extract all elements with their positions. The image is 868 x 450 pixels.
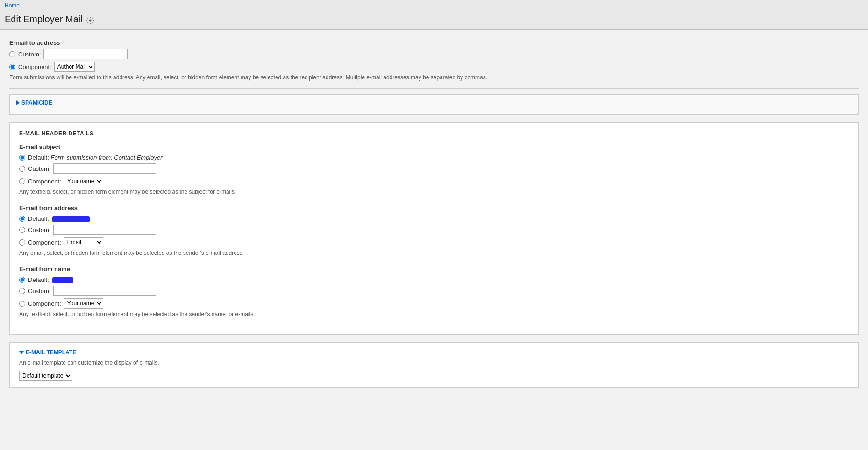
subject-default-value: Form submission from: Contact Employer xyxy=(50,154,162,161)
gear-icon[interactable] xyxy=(86,16,94,23)
svg-point-0 xyxy=(89,19,91,21)
email-to-address-section: E-mail to address Custom: Component: Aut… xyxy=(9,39,859,81)
from-address-component-select[interactable]: EmailYour name xyxy=(64,237,103,247)
from-address-custom-label: Custom: xyxy=(28,226,50,233)
breadcrumb-bar: Home xyxy=(0,0,868,11)
custom-email-input[interactable] xyxy=(43,49,128,59)
spamicide-arrow-icon xyxy=(16,100,20,105)
email-template-description: An e-mail template can customize the dis… xyxy=(19,359,849,366)
subject-default-label: Default: Form submission from: Contact E… xyxy=(28,154,163,161)
from-address-default-radio[interactable] xyxy=(19,216,25,222)
subject-custom-radio[interactable] xyxy=(19,166,25,172)
email-to-help-text: Form submissions will be e-mailed to thi… xyxy=(9,74,859,81)
email-from-address-label: E-mail from address xyxy=(19,204,849,211)
email-header-section-title: E-MAIL HEADER DETAILS xyxy=(19,130,849,137)
email-header-section: E-MAIL HEADER DETAILS E-mail subject Def… xyxy=(9,122,859,335)
from-name-default-row: Default: xyxy=(19,276,849,283)
from-name-component-row: Component: Your nameEmail xyxy=(19,298,849,309)
component-radio[interactable] xyxy=(9,64,15,70)
email-subject-label: E-mail subject xyxy=(19,143,849,150)
from-address-custom-radio[interactable] xyxy=(19,227,25,233)
spamicide-section: SPAMICIDE xyxy=(9,94,859,115)
from-name-custom-input[interactable] xyxy=(53,286,156,296)
from-name-component-select[interactable]: Your nameEmail xyxy=(64,298,103,309)
email-to-address-label: E-mail to address xyxy=(9,39,859,46)
email-from-name-subsection: E-mail from name Default: Custom: Compon… xyxy=(19,266,849,317)
component-select[interactable]: Author MailEmailYour name xyxy=(54,62,95,72)
email-template-toggle[interactable]: E-MAIL TEMPLATE xyxy=(19,349,849,356)
custom-radio[interactable] xyxy=(9,51,15,57)
divider-1 xyxy=(9,88,859,89)
home-link[interactable]: Home xyxy=(5,2,20,9)
email-template-select[interactable]: Default template xyxy=(19,371,72,381)
email-template-arrow-icon xyxy=(19,351,24,354)
subject-component-radio-row: Component: Your nameEmailSubject xyxy=(19,176,849,186)
email-template-section: E-MAIL TEMPLATE An e-mail template can c… xyxy=(9,342,859,388)
from-address-default-label: Default: xyxy=(28,215,90,222)
from-address-component-label: Component: xyxy=(28,239,61,246)
page-title-text: Edit Employer Mail xyxy=(5,14,83,25)
subject-custom-label: Custom: xyxy=(28,165,50,172)
subject-component-label: Component: xyxy=(28,178,61,185)
from-name-custom-radio[interactable] xyxy=(19,288,25,294)
from-address-component-radio[interactable] xyxy=(19,239,25,246)
from-name-custom-label: Custom: xyxy=(28,288,50,295)
from-name-custom-row: Custom: xyxy=(19,286,849,296)
subject-help-text: Any textfield, select, or hidden form el… xyxy=(19,189,849,195)
spamicide-toggle[interactable]: SPAMICIDE xyxy=(16,99,852,106)
subject-custom-radio-row: Custom: xyxy=(19,163,849,174)
email-template-label: E-MAIL TEMPLATE xyxy=(26,349,76,356)
page-header: Edit Employer Mail xyxy=(0,11,868,30)
subject-default-radio-row: Default: Form submission from: Contact E… xyxy=(19,154,849,161)
page-title: Edit Employer Mail xyxy=(5,14,863,25)
component-label: Component: xyxy=(18,63,51,70)
custom-label: Custom: xyxy=(18,51,41,58)
component-radio-row: Component: Author MailEmailYour name xyxy=(9,62,859,72)
subject-component-radio[interactable] xyxy=(19,178,25,184)
from-name-redacted xyxy=(52,277,73,283)
from-name-default-radio[interactable] xyxy=(19,277,25,283)
email-subject-subsection: E-mail subject Default: Form submission … xyxy=(19,143,849,195)
from-name-help-text: Any textfield, select, or hidden form el… xyxy=(19,311,849,317)
from-name-component-label: Component: xyxy=(28,300,61,307)
custom-radio-row: Custom: xyxy=(9,49,859,59)
subject-default-radio[interactable] xyxy=(19,155,25,161)
subject-component-select[interactable]: Your nameEmailSubject xyxy=(64,176,103,186)
from-address-help-text: Any email, select, or hidden form elemen… xyxy=(19,250,849,256)
from-name-component-radio[interactable] xyxy=(19,301,25,307)
subject-custom-input[interactable] xyxy=(53,163,156,174)
from-address-custom-input[interactable] xyxy=(53,225,156,235)
from-address-component-row: Component: EmailYour name xyxy=(19,237,849,247)
email-from-address-subsection: E-mail from address Default: Custom: Com… xyxy=(19,204,849,256)
from-address-custom-row: Custom: xyxy=(19,225,849,235)
from-address-redacted xyxy=(52,216,90,222)
from-address-default-row: Default: xyxy=(19,215,849,222)
email-from-name-label: E-mail from name xyxy=(19,266,849,273)
main-content: E-mail to address Custom: Component: Aut… xyxy=(0,30,868,450)
spamicide-label: SPAMICIDE xyxy=(21,99,52,106)
from-name-default-label: Default: xyxy=(28,276,73,283)
